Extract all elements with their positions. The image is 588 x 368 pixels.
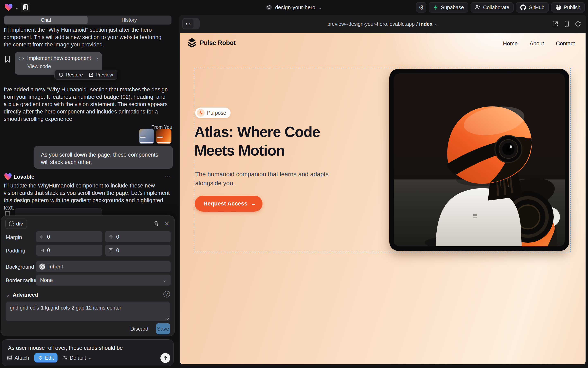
code-icon: ‹ ›	[19, 55, 24, 61]
lovable-heart-logo[interactable]	[4, 3, 13, 11]
cta-label: Request Access	[203, 200, 247, 207]
hero-title-line1: Atlas: Where Code	[194, 123, 320, 141]
workspace-chevron-down-icon[interactable]: ⌄	[15, 5, 19, 10]
save-button[interactable]: Save	[156, 323, 170, 334]
edit-label: Edit	[45, 355, 54, 361]
chat-panel: Chat History I'll implement the "Why Hum…	[2, 15, 174, 368]
advanced-section-toggle[interactable]: ⌄ Advanced	[6, 292, 38, 298]
view-code-link[interactable]: View code	[28, 63, 98, 69]
chevron-down-icon: ⌄	[434, 21, 438, 26]
supabase-button[interactable]: Supabase	[429, 2, 468, 12]
padding-y-value: 0	[116, 247, 119, 254]
nav-home[interactable]: Home	[503, 40, 518, 47]
help-icon[interactable]: ?	[163, 291, 170, 297]
preview-url: preview--design-your-hero.lovable.app	[327, 21, 415, 27]
composer-input[interactable]: As user mouse roll over, these cards sho…	[8, 345, 123, 351]
border-radius-value: None	[40, 277, 53, 283]
settings-button[interactable]: ⚙	[416, 2, 426, 12]
nav-about[interactable]: About	[530, 40, 544, 47]
code-view-toggle[interactable]: ‹ ›	[182, 18, 200, 29]
discard-button[interactable]: Discard	[130, 326, 148, 332]
selected-element-pill[interactable]: div	[5, 219, 27, 229]
attach-label: Attach	[15, 355, 29, 361]
smartphone-icon	[564, 21, 569, 27]
code-icon: ‹ ›	[186, 21, 191, 27]
padding-x-input[interactable]: 0	[36, 245, 102, 256]
request-access-button[interactable]: Request Access →	[195, 196, 263, 212]
project-title: design-your-hero	[275, 4, 315, 11]
assistant-message-2: I've added a new "Why Humanoid" section …	[4, 86, 170, 123]
border-radius-select[interactable]: None ⌄	[36, 275, 171, 285]
robot-image	[394, 74, 565, 246]
mode-label: Default	[70, 355, 86, 361]
chevron-right-icon: ›	[96, 55, 98, 61]
preview-button[interactable]: Preview	[89, 72, 113, 78]
advanced-classes-value: grid grid-cols-1 lg:grid-cols-2 gap-12 i…	[10, 305, 121, 311]
external-link-icon	[89, 72, 94, 77]
publish-button[interactable]: Publish	[551, 2, 585, 12]
send-button[interactable]	[161, 353, 170, 363]
preview-path: / index	[416, 21, 433, 27]
hero-title: Atlas: Where Code Meets Motion	[194, 123, 320, 160]
lovable-heart-icon	[4, 173, 12, 180]
close-inspector-button[interactable]: ✕	[163, 220, 171, 227]
padding-x-value: 0	[47, 247, 50, 254]
selected-element-tag: div	[16, 221, 23, 227]
margin-y-input[interactable]: 0	[105, 231, 171, 242]
attachment-thumbnail-blue[interactable]	[139, 129, 154, 144]
lovable-app: ⌄ design-your-hero ⌄ ⚙ Supabase Collabor…	[0, 0, 588, 368]
refresh-icon	[575, 21, 581, 27]
element-inspector-panel: div ✕ Margin 0 0 Padding 0 0	[1, 215, 175, 336]
mobile-view-button[interactable]	[564, 21, 569, 27]
border-radius-label: Border radius	[6, 277, 38, 284]
collaborate-button[interactable]: Collaborate	[471, 2, 513, 12]
hero-badge: Purpose	[195, 108, 231, 118]
attach-image-icon	[7, 355, 12, 360]
background-input[interactable]: Inherit	[36, 261, 171, 272]
model-selector[interactable]: Default ⌄	[63, 355, 92, 361]
restore-button[interactable]: Restore	[59, 72, 83, 78]
transparent-swatch-icon	[39, 264, 45, 270]
bookmark-icon[interactable]	[5, 55, 10, 63]
background-label: Background	[6, 264, 34, 270]
nav-contact[interactable]: Contact	[556, 40, 575, 47]
assistant-header: Lovable ⋯	[2, 173, 174, 182]
sliders-icon	[63, 355, 68, 360]
padding-y-input[interactable]: 0	[105, 245, 171, 256]
attach-button[interactable]: Attach	[7, 355, 29, 361]
tab-chat[interactable]: Chat	[4, 16, 87, 24]
dashed-selection-icon	[9, 221, 14, 226]
component-card-title: Implement new component	[27, 55, 91, 61]
advanced-label: Advanced	[13, 292, 38, 298]
attachment-thumbnail-orange[interactable]	[156, 129, 171, 144]
chevron-down-icon: ⌄	[6, 293, 10, 297]
message-menu-icon[interactable]: ⋯	[165, 173, 171, 180]
gear-icon: ⚙	[418, 4, 424, 11]
pulse-robot-logo-icon	[187, 38, 197, 48]
preview-url-bar[interactable]: preview--design-your-hero.lovable.app / …	[327, 15, 438, 33]
chat-composer[interactable]: As user mouse roll over, these cards sho…	[2, 339, 174, 366]
delete-element-button[interactable]	[153, 220, 160, 227]
tab-history[interactable]: History	[87, 16, 171, 24]
preview-panel: ‹ › preview--design-your-hero.lovable.ap…	[179, 15, 586, 366]
sidebar-toggle-button[interactable]	[21, 3, 30, 12]
margin-vertical-icon	[108, 234, 113, 239]
hero-title-line2: Meets Motion	[194, 141, 320, 160]
github-button[interactable]: GitHub	[516, 2, 549, 12]
padding-label: Padding	[6, 248, 25, 254]
chat-history-tabs: Chat History	[4, 16, 171, 25]
edit-mode-button[interactable]: Edit	[34, 353, 57, 362]
advanced-classes-textarea[interactable]: grid grid-cols-1 lg:grid-cols-2 gap-12 i…	[6, 302, 170, 321]
arrow-up-icon	[163, 355, 168, 361]
globe-icon	[266, 4, 272, 11]
topbar: ⌄ design-your-hero ⌄ ⚙ Supabase Collabor…	[0, 0, 588, 15]
site-brand[interactable]: Pulse Robot	[187, 38, 236, 48]
margin-x-value: 0	[47, 234, 50, 240]
margin-x-input[interactable]: 0	[36, 231, 102, 242]
open-in-new-tab-button[interactable]	[552, 21, 559, 27]
resize-handle[interactable]	[166, 317, 169, 320]
refresh-button[interactable]	[575, 21, 581, 27]
site-brand-name: Pulse Robot	[200, 39, 236, 47]
pulse-icon	[197, 109, 205, 117]
project-switcher[interactable]: design-your-hero ⌄	[266, 0, 322, 15]
